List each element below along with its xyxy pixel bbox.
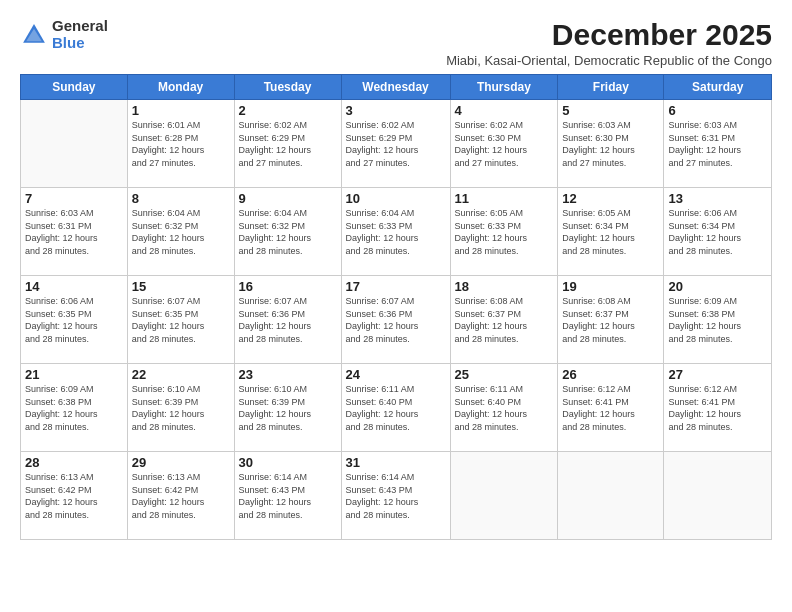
day-number: 28 xyxy=(25,455,123,470)
day-number: 18 xyxy=(455,279,554,294)
day-info: Sunrise: 6:03 AM Sunset: 6:31 PM Dayligh… xyxy=(668,119,767,169)
header-cell-monday: Monday xyxy=(127,75,234,100)
day-number: 11 xyxy=(455,191,554,206)
day-number: 12 xyxy=(562,191,659,206)
day-cell: 6Sunrise: 6:03 AM Sunset: 6:31 PM Daylig… xyxy=(664,100,772,188)
header-cell-wednesday: Wednesday xyxy=(341,75,450,100)
day-cell: 24Sunrise: 6:11 AM Sunset: 6:40 PM Dayli… xyxy=(341,364,450,452)
logo-text: General Blue xyxy=(52,18,108,51)
day-info: Sunrise: 6:07 AM Sunset: 6:35 PM Dayligh… xyxy=(132,295,230,345)
day-cell: 5Sunrise: 6:03 AM Sunset: 6:30 PM Daylig… xyxy=(558,100,664,188)
day-info: Sunrise: 6:08 AM Sunset: 6:37 PM Dayligh… xyxy=(455,295,554,345)
header-cell-sunday: Sunday xyxy=(21,75,128,100)
week-row-0: 1Sunrise: 6:01 AM Sunset: 6:28 PM Daylig… xyxy=(21,100,772,188)
day-number: 13 xyxy=(668,191,767,206)
calendar-title: December 2025 xyxy=(446,18,772,51)
day-cell: 31Sunrise: 6:14 AM Sunset: 6:43 PM Dayli… xyxy=(341,452,450,540)
day-info: Sunrise: 6:09 AM Sunset: 6:38 PM Dayligh… xyxy=(668,295,767,345)
day-cell: 15Sunrise: 6:07 AM Sunset: 6:35 PM Dayli… xyxy=(127,276,234,364)
day-cell: 7Sunrise: 6:03 AM Sunset: 6:31 PM Daylig… xyxy=(21,188,128,276)
day-cell xyxy=(450,452,558,540)
day-cell: 13Sunrise: 6:06 AM Sunset: 6:34 PM Dayli… xyxy=(664,188,772,276)
day-number: 22 xyxy=(132,367,230,382)
day-number: 26 xyxy=(562,367,659,382)
day-cell: 25Sunrise: 6:11 AM Sunset: 6:40 PM Dayli… xyxy=(450,364,558,452)
day-cell: 11Sunrise: 6:05 AM Sunset: 6:33 PM Dayli… xyxy=(450,188,558,276)
day-cell: 12Sunrise: 6:05 AM Sunset: 6:34 PM Dayli… xyxy=(558,188,664,276)
day-info: Sunrise: 6:07 AM Sunset: 6:36 PM Dayligh… xyxy=(239,295,337,345)
header-cell-thursday: Thursday xyxy=(450,75,558,100)
day-cell: 10Sunrise: 6:04 AM Sunset: 6:33 PM Dayli… xyxy=(341,188,450,276)
day-info: Sunrise: 6:14 AM Sunset: 6:43 PM Dayligh… xyxy=(346,471,446,521)
day-number: 6 xyxy=(668,103,767,118)
day-cell: 21Sunrise: 6:09 AM Sunset: 6:38 PM Dayli… xyxy=(21,364,128,452)
day-info: Sunrise: 6:06 AM Sunset: 6:35 PM Dayligh… xyxy=(25,295,123,345)
day-number: 30 xyxy=(239,455,337,470)
logo-icon xyxy=(20,21,48,49)
day-cell xyxy=(558,452,664,540)
title-area: December 2025 Miabi, Kasai-Oriental, Dem… xyxy=(446,18,772,68)
day-cell: 17Sunrise: 6:07 AM Sunset: 6:36 PM Dayli… xyxy=(341,276,450,364)
header-cell-friday: Friday xyxy=(558,75,664,100)
day-info: Sunrise: 6:01 AM Sunset: 6:28 PM Dayligh… xyxy=(132,119,230,169)
day-number: 25 xyxy=(455,367,554,382)
header-cell-tuesday: Tuesday xyxy=(234,75,341,100)
day-cell: 8Sunrise: 6:04 AM Sunset: 6:32 PM Daylig… xyxy=(127,188,234,276)
day-cell: 18Sunrise: 6:08 AM Sunset: 6:37 PM Dayli… xyxy=(450,276,558,364)
day-info: Sunrise: 6:06 AM Sunset: 6:34 PM Dayligh… xyxy=(668,207,767,257)
day-number: 20 xyxy=(668,279,767,294)
header-row: SundayMondayTuesdayWednesdayThursdayFrid… xyxy=(21,75,772,100)
calendar-subtitle: Miabi, Kasai-Oriental, Democratic Republ… xyxy=(446,53,772,68)
calendar-header: SundayMondayTuesdayWednesdayThursdayFrid… xyxy=(21,75,772,100)
day-number: 19 xyxy=(562,279,659,294)
day-info: Sunrise: 6:04 AM Sunset: 6:32 PM Dayligh… xyxy=(132,207,230,257)
day-info: Sunrise: 6:12 AM Sunset: 6:41 PM Dayligh… xyxy=(562,383,659,433)
day-cell: 1Sunrise: 6:01 AM Sunset: 6:28 PM Daylig… xyxy=(127,100,234,188)
day-info: Sunrise: 6:04 AM Sunset: 6:32 PM Dayligh… xyxy=(239,207,337,257)
day-cell: 30Sunrise: 6:14 AM Sunset: 6:43 PM Dayli… xyxy=(234,452,341,540)
day-info: Sunrise: 6:04 AM Sunset: 6:33 PM Dayligh… xyxy=(346,207,446,257)
day-number: 5 xyxy=(562,103,659,118)
day-cell: 3Sunrise: 6:02 AM Sunset: 6:29 PM Daylig… xyxy=(341,100,450,188)
day-number: 27 xyxy=(668,367,767,382)
day-cell xyxy=(664,452,772,540)
day-info: Sunrise: 6:14 AM Sunset: 6:43 PM Dayligh… xyxy=(239,471,337,521)
day-number: 7 xyxy=(25,191,123,206)
day-number: 21 xyxy=(25,367,123,382)
day-number: 23 xyxy=(239,367,337,382)
day-number: 10 xyxy=(346,191,446,206)
day-cell: 22Sunrise: 6:10 AM Sunset: 6:39 PM Dayli… xyxy=(127,364,234,452)
header-cell-saturday: Saturday xyxy=(664,75,772,100)
day-cell: 28Sunrise: 6:13 AM Sunset: 6:42 PM Dayli… xyxy=(21,452,128,540)
page: General Blue December 2025 Miabi, Kasai-… xyxy=(0,0,792,612)
day-cell: 19Sunrise: 6:08 AM Sunset: 6:37 PM Dayli… xyxy=(558,276,664,364)
day-info: Sunrise: 6:07 AM Sunset: 6:36 PM Dayligh… xyxy=(346,295,446,345)
day-cell: 27Sunrise: 6:12 AM Sunset: 6:41 PM Dayli… xyxy=(664,364,772,452)
day-number: 29 xyxy=(132,455,230,470)
day-info: Sunrise: 6:08 AM Sunset: 6:37 PM Dayligh… xyxy=(562,295,659,345)
day-info: Sunrise: 6:02 AM Sunset: 6:30 PM Dayligh… xyxy=(455,119,554,169)
logo-blue-text: Blue xyxy=(52,35,108,52)
day-cell: 4Sunrise: 6:02 AM Sunset: 6:30 PM Daylig… xyxy=(450,100,558,188)
day-info: Sunrise: 6:02 AM Sunset: 6:29 PM Dayligh… xyxy=(346,119,446,169)
day-number: 3 xyxy=(346,103,446,118)
logo-general-text: General xyxy=(52,18,108,35)
calendar-table: SundayMondayTuesdayWednesdayThursdayFrid… xyxy=(20,74,772,540)
day-info: Sunrise: 6:09 AM Sunset: 6:38 PM Dayligh… xyxy=(25,383,123,433)
day-info: Sunrise: 6:13 AM Sunset: 6:42 PM Dayligh… xyxy=(132,471,230,521)
day-cell: 29Sunrise: 6:13 AM Sunset: 6:42 PM Dayli… xyxy=(127,452,234,540)
day-info: Sunrise: 6:03 AM Sunset: 6:30 PM Dayligh… xyxy=(562,119,659,169)
day-number: 8 xyxy=(132,191,230,206)
day-number: 15 xyxy=(132,279,230,294)
week-row-2: 14Sunrise: 6:06 AM Sunset: 6:35 PM Dayli… xyxy=(21,276,772,364)
day-cell: 2Sunrise: 6:02 AM Sunset: 6:29 PM Daylig… xyxy=(234,100,341,188)
logo: General Blue xyxy=(20,18,108,51)
day-info: Sunrise: 6:11 AM Sunset: 6:40 PM Dayligh… xyxy=(455,383,554,433)
day-number: 2 xyxy=(239,103,337,118)
day-number: 16 xyxy=(239,279,337,294)
day-cell: 9Sunrise: 6:04 AM Sunset: 6:32 PM Daylig… xyxy=(234,188,341,276)
day-cell: 26Sunrise: 6:12 AM Sunset: 6:41 PM Dayli… xyxy=(558,364,664,452)
day-info: Sunrise: 6:13 AM Sunset: 6:42 PM Dayligh… xyxy=(25,471,123,521)
day-info: Sunrise: 6:10 AM Sunset: 6:39 PM Dayligh… xyxy=(132,383,230,433)
day-number: 24 xyxy=(346,367,446,382)
